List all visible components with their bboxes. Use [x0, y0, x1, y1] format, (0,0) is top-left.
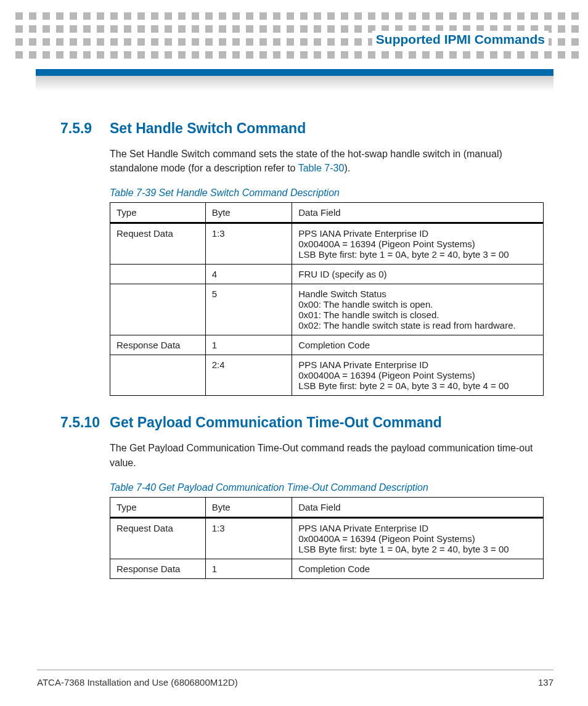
- cell-data: FRU ID (specify as 0): [292, 265, 544, 284]
- section-number: 7.5.9: [60, 120, 110, 137]
- intro-text: The Get Payload Communication Time-Out c…: [110, 443, 533, 467]
- footer-rule: [37, 670, 553, 670]
- cell-byte: 1:3: [205, 517, 292, 559]
- table-caption: Table 7-40 Get Payload Communication Tim…: [110, 482, 544, 493]
- header-gradient: [36, 76, 553, 91]
- table-header-row: Type Byte Data Field: [110, 203, 544, 223]
- section-title: Set Handle Switch Command: [110, 120, 306, 137]
- table-row: Request Data 1:3 PPS IANA Private Enterp…: [110, 517, 544, 559]
- section-intro: The Set Handle Switch command sets the s…: [110, 147, 544, 175]
- cell-data: PPS IANA Private Enterprise ID 0x00400A …: [292, 355, 544, 396]
- cell-byte: 2:4: [205, 355, 292, 396]
- table-row: 5 Handle Switch Status 0x00: The handle …: [110, 284, 544, 335]
- footer-doc-title: ATCA-7368 Installation and Use (6806800M…: [37, 677, 238, 688]
- cell-type: Request Data: [110, 223, 206, 265]
- cell-type: [110, 284, 206, 335]
- chapter-title: Supported IPMI Commands: [372, 31, 549, 48]
- section-title: Get Payload Communication Time-Out Comma…: [110, 414, 442, 431]
- header-blue-bar: [36, 69, 553, 76]
- cell-data: PPS IANA Private Enterprise ID 0x00400A …: [292, 223, 544, 265]
- table-caption: Table 7-39 Set Handle Switch Command Des…: [110, 187, 544, 199]
- section-heading: 7.5.9 Set Handle Switch Command: [60, 120, 544, 137]
- section-number: 7.5.10: [60, 414, 110, 431]
- table-row: Response Data 1 Completion Code: [110, 335, 544, 355]
- cell-type: Response Data: [110, 335, 206, 355]
- table-row: 4 FRU ID (specify as 0): [110, 265, 544, 284]
- cell-data: Handle Switch Status 0x00: The handle sw…: [292, 284, 544, 335]
- cell-type: Request Data: [110, 517, 206, 559]
- cell-type: Response Data: [110, 559, 206, 578]
- cell-data: PPS IANA Private Enterprise ID 0x00400A …: [292, 517, 544, 559]
- cell-data: Completion Code: [292, 335, 544, 355]
- cell-type: [110, 355, 206, 396]
- intro-text-post: ).: [344, 163, 350, 173]
- cell-byte: 4: [205, 265, 292, 284]
- col-header-type: Type: [110, 203, 206, 223]
- col-header-datafield: Data Field: [292, 203, 544, 223]
- command-table: Type Byte Data Field Request Data 1:3 PP…: [110, 497, 544, 579]
- table-row: 2:4 PPS IANA Private Enterprise ID 0x004…: [110, 355, 544, 396]
- page-footer: ATCA-7368 Installation and Use (6806800M…: [37, 677, 553, 688]
- table-row: Request Data 1:3 PPS IANA Private Enterp…: [110, 223, 544, 265]
- cell-byte: 1:3: [205, 223, 292, 265]
- cell-byte: 1: [205, 335, 292, 355]
- col-header-datafield: Data Field: [292, 497, 544, 517]
- table-header-row: Type Byte Data Field: [110, 497, 544, 517]
- cell-byte: 5: [205, 284, 292, 335]
- section-intro: The Get Payload Communication Time-Out c…: [110, 441, 544, 469]
- col-header-byte: Byte: [205, 497, 292, 517]
- footer-page-number: 137: [538, 677, 553, 688]
- cell-type: [110, 265, 206, 284]
- cell-data: Completion Code: [292, 559, 544, 578]
- command-table: Type Byte Data Field Request Data 1:3 PP…: [110, 202, 544, 396]
- page-content: 7.5.9 Set Handle Switch Command The Set …: [60, 114, 544, 597]
- cell-byte: 1: [205, 559, 292, 578]
- section-heading: 7.5.10 Get Payload Communication Time-Ou…: [60, 414, 544, 431]
- table-row: Response Data 1 Completion Code: [110, 559, 544, 578]
- col-header-type: Type: [110, 497, 206, 517]
- cross-reference-link[interactable]: Table 7-30: [298, 163, 345, 173]
- col-header-byte: Byte: [205, 203, 292, 223]
